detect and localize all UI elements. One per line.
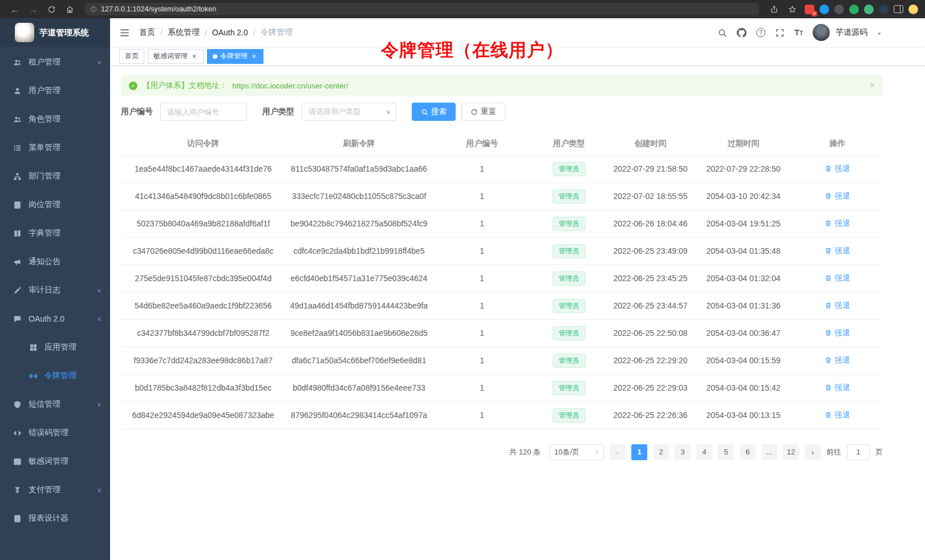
- bookmark-star-icon[interactable]: [784, 2, 800, 16]
- sidebar-item-dept[interactable]: 部门管理: [0, 162, 110, 190]
- refresh-token-cell: 811c530487574fa0af1a59d3abc1aa66: [286, 155, 433, 182]
- pager-page-4[interactable]: 4: [696, 444, 712, 460]
- breadcrumb-home[interactable]: 首页: [139, 27, 155, 38]
- extension-icon[interactable]: [864, 5, 874, 14]
- browser-extensions-area: 0: [805, 5, 918, 14]
- extension-icon[interactable]: [849, 5, 859, 14]
- active-tab-dot: [213, 54, 217, 59]
- doc-link[interactable]: https://doc.iocoder.cn/user-center/: [233, 82, 348, 90]
- breadcrumb-system[interactable]: 系统管理: [168, 27, 200, 38]
- user-id-cell: 1: [432, 210, 532, 237]
- table-row: f9336e7c7dd242a283ee98dc86b17a87 dfa6c71…: [121, 347, 883, 374]
- sidebar-item-menu[interactable]: 菜单管理: [0, 133, 110, 162]
- force-logout-button[interactable]: 强退: [825, 218, 850, 229]
- browser-profile-avatar[interactable]: [908, 5, 918, 14]
- browser-forward-icon[interactable]: [25, 2, 41, 16]
- fullscreen-icon[interactable]: [775, 28, 785, 38]
- extension-icon[interactable]: 0: [805, 5, 814, 14]
- sidebar-toggle-icon[interactable]: [119, 27, 130, 38]
- pager-page-12[interactable]: 12: [783, 444, 799, 460]
- create-time-cell: 2022-06-25 22:29:20: [606, 347, 695, 374]
- user-type-label: 用户类型: [262, 107, 294, 117]
- force-logout-button[interactable]: 强退: [825, 328, 850, 338]
- search-icon[interactable]: [717, 28, 727, 38]
- sidebar-item-notice[interactable]: 通知公告: [0, 247, 110, 276]
- extension-icon[interactable]: [819, 5, 829, 14]
- extension-icon[interactable]: [834, 5, 844, 14]
- sidebar-item-tenant[interactable]: 租户管理: [0, 48, 110, 76]
- extension-icon[interactable]: [879, 5, 889, 14]
- search-button[interactable]: 搜索: [412, 103, 456, 121]
- sidebar-item-dict[interactable]: 字典管理: [0, 219, 110, 247]
- pay-icon: [12, 485, 22, 495]
- filter-form: 用户编号 用户类型 请选择用户类型 搜索 重置: [121, 103, 883, 121]
- font-size-icon[interactable]: [794, 27, 803, 38]
- page-size-select[interactable]: 10条/页: [549, 444, 604, 460]
- user-avatar[interactable]: [813, 24, 830, 41]
- expire-time-cell: 2054-03-04 19:51:25: [695, 210, 792, 237]
- browser-reload-icon[interactable]: [43, 2, 59, 16]
- tab-sensitive-word[interactable]: 敏感词管理: [148, 49, 204, 64]
- pager-ellipsis[interactable]: ...: [761, 444, 777, 460]
- sidebar-item-audit-log[interactable]: 审计日志: [0, 276, 110, 305]
- pager-page-6[interactable]: 6: [740, 444, 756, 460]
- sidebar-item-error-code[interactable]: 错误码管理: [0, 419, 110, 447]
- breadcrumb-oauth2[interactable]: OAuth 2.0: [212, 28, 248, 37]
- browser-back-icon[interactable]: [7, 2, 23, 16]
- sidebar-item-oauth2-token[interactable]: 令牌管理: [0, 362, 110, 390]
- force-logout-button[interactable]: 强退: [825, 410, 850, 420]
- pager-page-1[interactable]: 1: [631, 444, 647, 460]
- user-type-cell: 管理员: [532, 292, 606, 319]
- side-panel-icon[interactable]: [894, 5, 903, 13]
- sidebar-item-oauth2-app[interactable]: 应用管理: [0, 333, 110, 362]
- github-icon[interactable]: [737, 28, 747, 38]
- reset-button[interactable]: 重置: [461, 103, 505, 121]
- pager-prev-button[interactable]: [610, 444, 626, 460]
- chevron-down-icon[interactable]: [877, 27, 882, 38]
- browser-home-icon[interactable]: [62, 2, 78, 16]
- sidebar-item-post[interactable]: 岗位管理: [0, 190, 110, 219]
- table-row: 502375b8040a469a9b82188afdf6af1f be90422…: [121, 210, 883, 237]
- close-icon[interactable]: [250, 52, 258, 60]
- user-type-cell: 管理员: [532, 401, 606, 429]
- close-icon[interactable]: [190, 52, 198, 60]
- force-logout-button[interactable]: 强退: [825, 164, 850, 174]
- force-logout-button[interactable]: 强退: [825, 355, 850, 366]
- sidebar-item-user[interactable]: 用户管理: [0, 76, 110, 105]
- sidebar-item-label: 通知公告: [29, 257, 60, 267]
- user-type-cell: 管理员: [532, 210, 606, 237]
- pager-page-5[interactable]: 5: [718, 444, 734, 460]
- tab-home[interactable]: 首页: [119, 49, 144, 64]
- chevron-icon: [97, 486, 102, 494]
- sidebar-item-oauth2[interactable]: OAuth 2.0: [0, 305, 110, 333]
- pager-next-button[interactable]: [805, 444, 821, 460]
- force-logout-button[interactable]: 强退: [825, 301, 850, 311]
- help-icon[interactable]: [756, 28, 765, 37]
- address-bar[interactable]: 127.0.0.1:1024/system/oauth2/token: [84, 3, 759, 15]
- sidebar: 芋道管理系统 租户管理 用户管理 角色管理 菜单管理 部门管理 岗位管理 字典管…: [0, 18, 110, 560]
- force-logout-button[interactable]: 强退: [825, 273, 850, 283]
- goto-page-input[interactable]: [847, 444, 870, 460]
- pager-page-3[interactable]: 3: [675, 444, 691, 460]
- sidebar-item-pay[interactable]: 支付管理: [0, 476, 110, 504]
- user-id-input[interactable]: [160, 103, 247, 121]
- share-icon[interactable]: [766, 2, 782, 16]
- user-type-select[interactable]: 请选择用户类型: [302, 103, 396, 121]
- sidebar-item-sms[interactable]: 短信管理: [0, 390, 110, 419]
- username[interactable]: 芋道源码: [835, 27, 867, 38]
- sidebar-item-report-designer[interactable]: 报表设计器: [0, 504, 110, 533]
- force-logout-button[interactable]: 强退: [825, 383, 850, 393]
- sidebar-item-role[interactable]: 角色管理: [0, 105, 110, 133]
- refresh-token-cell: e6cfd40eb1f54571a31e775e039c4624: [286, 265, 433, 292]
- dept-icon: [12, 171, 22, 181]
- force-logout-button[interactable]: 强退: [825, 246, 850, 256]
- alert-close-icon[interactable]: [870, 80, 875, 91]
- site-info-icon[interactable]: [90, 6, 97, 13]
- app-logo[interactable]: 芋道管理系统: [0, 18, 110, 47]
- pager-page-2[interactable]: 2: [653, 444, 669, 460]
- table-header-row: 访问令牌刷新令牌用户编号用户类型创建时间过期时间操作: [121, 132, 883, 155]
- tab-token[interactable]: 令牌管理: [207, 49, 263, 64]
- breadcrumb-separator: [253, 28, 255, 37]
- sidebar-item-sensitive-word[interactable]: 敏感词管理: [0, 447, 110, 476]
- force-logout-button[interactable]: 强退: [825, 191, 850, 201]
